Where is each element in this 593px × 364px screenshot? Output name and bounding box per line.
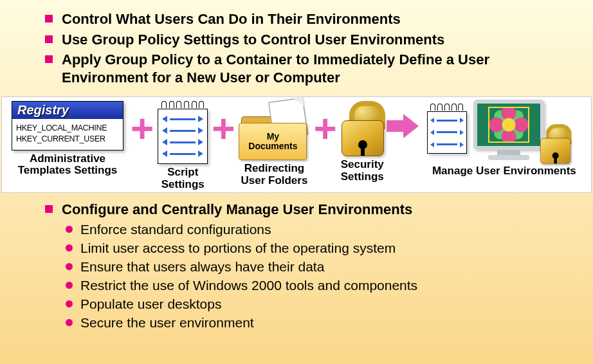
registry-window-icon: Registry HKEY_LOCAL_MACHINE HKEY_CURRENT… [12, 101, 123, 150]
folder-label: My Documents [248, 132, 297, 150]
registry-body: HKEY_LOCAL_MACHINE HKEY_CURRENT_USER [12, 119, 123, 150]
caption: Redirecting User Folders [241, 163, 307, 187]
registry-key: HKEY_CURRENT_USER [16, 134, 119, 145]
security-block: Security Settings [341, 101, 384, 183]
sub-bullet-item: Enforce standard configurations [66, 222, 574, 237]
registry-title: Registry [12, 102, 123, 119]
square-bullet-icon [45, 35, 53, 43]
dot-bullet-icon [66, 300, 73, 307]
caption: Administrative Templates Settings [18, 153, 118, 177]
top-bullet-list: Control What Users Can Do in Their Envir… [45, 10, 574, 86]
sub-bullet-text: Ensure that users always have their data [80, 259, 324, 275]
monitor-icon [473, 100, 544, 160]
manage-graphic [427, 101, 581, 163]
sub-bullet-text: Enforce standard configurations [80, 222, 271, 237]
sub-bullet-item: Limit user access to portions of the ope… [66, 241, 574, 256]
notepad-icon [427, 104, 467, 154]
sub-bullet-text: Limit user access to portions of the ope… [80, 241, 396, 256]
dot-bullet-icon [66, 282, 73, 289]
registry-key: HKEY_LOCAL_MACHINE [16, 123, 119, 134]
lock-icon [342, 101, 383, 156]
spiral-binding-icon [158, 101, 208, 109]
arrow-icon [384, 101, 424, 138]
sub-bullet-item: Restrict the use of Windows 2000 tools a… [66, 278, 574, 293]
notepad-icon [158, 101, 208, 164]
plus-icon: + [208, 101, 239, 149]
lock-icon [540, 124, 570, 164]
sub-bullet-item: Secure the user environment [66, 315, 574, 331]
dot-bullet-icon [66, 263, 73, 270]
heading-text: Configure and Centrally Manage User Envi… [62, 201, 412, 219]
bullet-item: Use Group Policy Settings to Control Use… [45, 31, 574, 49]
square-bullet-icon [45, 205, 53, 213]
dot-bullet-icon [66, 226, 73, 233]
square-bullet-icon [45, 15, 53, 23]
sub-bullet-list: Enforce standard configurations Limit us… [66, 222, 574, 331]
bullet-text: Apply Group Policy to a Container to Imm… [62, 51, 574, 86]
registry-block: Registry HKEY_LOCAL_MACHINE HKEY_CURRENT… [8, 101, 127, 177]
sub-bullet-text: Restrict the use of Windows 2000 tools a… [80, 278, 417, 293]
caption: Manage User Environments [432, 165, 576, 177]
bullet-item: Control What Users Can Do in Their Envir… [45, 10, 574, 28]
sub-bullet-text: Secure the user environment [80, 315, 254, 331]
slide: Control What Users Can Do in Their Envir… [0, 0, 593, 364]
sub-bullet-text: Populate user desktops [80, 296, 221, 312]
bottom-section: Configure and Centrally Manage User Envi… [19, 198, 574, 334]
bullet-text: Use Group Policy Settings to Control Use… [62, 31, 444, 49]
folder-block: My Documents Redirecting User Folders [239, 101, 309, 187]
script-block: Script Settings [158, 101, 208, 190]
caption: Security Settings [341, 159, 384, 183]
square-bullet-icon [45, 55, 53, 63]
folder-icon: My Documents [239, 101, 309, 160]
wallpaper-icon [488, 107, 529, 143]
dot-bullet-icon [66, 319, 73, 326]
manage-block: Manage User Environments [424, 101, 585, 177]
bullet-text: Control What Users Can Do in Their Envir… [62, 10, 401, 28]
bullet-item: Configure and Centrally Manage User Envi… [45, 201, 574, 219]
diagram-strip: Registry HKEY_LOCAL_MACHINE HKEY_CURRENT… [1, 96, 592, 193]
sub-bullet-item: Populate user desktops [66, 296, 574, 312]
dot-bullet-icon [66, 244, 73, 251]
plus-icon: + [309, 101, 340, 149]
sub-bullet-item: Ensure that users always have their data [66, 259, 574, 275]
bullet-item: Apply Group Policy to a Container to Imm… [45, 51, 574, 86]
plus-icon: + [127, 101, 158, 149]
caption: Script Settings [161, 167, 205, 190]
